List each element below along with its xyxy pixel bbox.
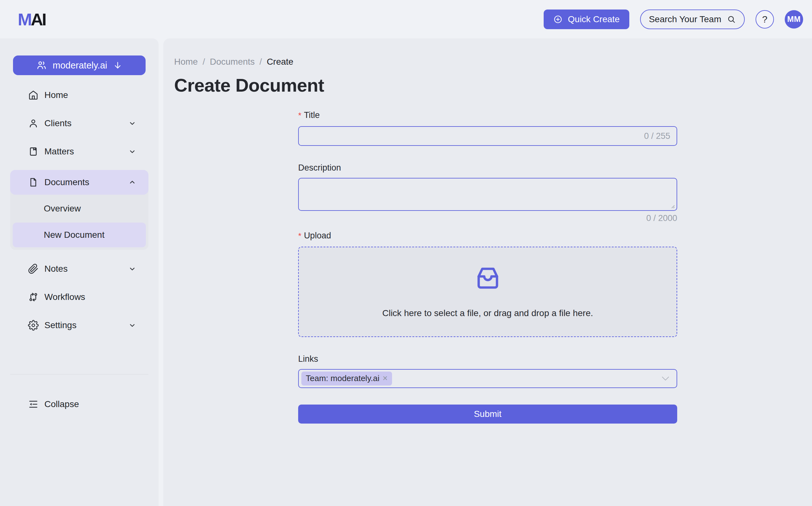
search-icon bbox=[727, 15, 736, 24]
sidebar-item-workflows[interactable]: Workflows bbox=[10, 287, 149, 307]
team-name-label: moderately.ai bbox=[53, 60, 107, 71]
title-input-box: 0 / 255 bbox=[298, 126, 677, 146]
sidebar-item-label: Documents bbox=[45, 177, 89, 187]
resize-handle-icon[interactable] bbox=[670, 204, 675, 208]
logo-letters-ai: AI bbox=[31, 9, 46, 29]
title-field: * Title 0 / 255 bbox=[298, 110, 677, 146]
sidebar-item-settings[interactable]: Settings bbox=[10, 316, 149, 335]
upload-field-label: * Upload bbox=[298, 231, 677, 242]
description-textarea-box bbox=[298, 178, 677, 211]
collapse-sidebar-icon bbox=[28, 399, 39, 410]
team-search-button[interactable]: Search Your Team bbox=[640, 9, 745, 29]
sidebar-item-label: Home bbox=[45, 90, 68, 100]
chevron-up-icon bbox=[128, 178, 136, 186]
create-document-form: * Title 0 / 255 Description bbox=[298, 110, 688, 424]
collapse-label: Collapse bbox=[45, 399, 79, 409]
sidebar-nav: Home Clients Ma bbox=[0, 85, 159, 335]
tag-label: Team: moderately.ai bbox=[306, 373, 379, 383]
breadcrumb-separator: / bbox=[203, 57, 205, 67]
description-field-label: Description bbox=[298, 163, 677, 173]
description-char-counter: 0 / 2000 bbox=[298, 214, 677, 223]
search-button-label: Search Your Team bbox=[649, 14, 721, 24]
breadcrumb: Home / Documents / Create bbox=[174, 57, 812, 67]
team-link-tag: Team: moderately.ai × bbox=[301, 371, 392, 386]
paperclip-icon bbox=[28, 263, 39, 274]
sidebar-subitem-label: New Document bbox=[44, 230, 104, 240]
title-input[interactable] bbox=[299, 127, 676, 145]
logo-letter-m: M bbox=[18, 9, 31, 29]
title-field-label: * Title bbox=[298, 110, 677, 121]
sidebar-collapse-button[interactable]: Collapse bbox=[10, 395, 149, 414]
chevron-down-icon bbox=[128, 265, 136, 273]
workflow-icon bbox=[28, 292, 39, 303]
sidebar-item-label: Workflows bbox=[45, 292, 85, 302]
sidebar-subitem-label: Overview bbox=[44, 203, 81, 214]
breadcrumb-separator: / bbox=[259, 57, 262, 67]
sidebar-item-home[interactable]: Home bbox=[10, 85, 149, 105]
app-logo: M AI bbox=[18, 9, 46, 29]
user-icon bbox=[28, 118, 39, 129]
sidebar-item-label: Notes bbox=[45, 264, 68, 274]
links-field: Links Team: moderately.ai × bbox=[298, 354, 677, 388]
top-header: M AI Quick Create Search Your Team ? MM bbox=[0, 0, 812, 38]
avatar-initials: MM bbox=[787, 15, 801, 24]
links-field-label: Links bbox=[298, 354, 677, 364]
breadcrumb-home[interactable]: Home bbox=[174, 57, 198, 67]
sidebar-divider bbox=[10, 374, 149, 374]
required-asterisk: * bbox=[298, 231, 301, 242]
sidebar-item-clients[interactable]: Clients bbox=[10, 113, 149, 133]
question-mark-icon: ? bbox=[762, 14, 767, 25]
breadcrumb-documents[interactable]: Documents bbox=[210, 57, 255, 67]
select-chevron-down-icon bbox=[661, 376, 670, 381]
help-button[interactable]: ? bbox=[755, 10, 774, 28]
sidebar-item-label: Matters bbox=[45, 147, 74, 157]
sidebar-item-documents[interactable]: Documents bbox=[10, 170, 149, 195]
sidebar-item-new-document[interactable]: New Document bbox=[13, 223, 146, 247]
gear-icon bbox=[28, 320, 39, 331]
chevron-down-icon bbox=[128, 148, 136, 156]
sidebar-item-notes[interactable]: Notes bbox=[10, 259, 149, 279]
header-actions: Quick Create Search Your Team ? MM bbox=[544, 9, 803, 29]
submit-button[interactable]: Submit bbox=[298, 405, 677, 424]
file-dropzone[interactable]: Click here to select a file, or drag and… bbox=[298, 247, 677, 337]
description-textarea[interactable] bbox=[299, 178, 676, 210]
sidebar: moderately.ai Home Clie bbox=[0, 38, 159, 506]
document-icon bbox=[28, 177, 39, 188]
dropzone-hint-text: Click here to select a file, or drag and… bbox=[382, 308, 593, 318]
sidebar-footer: Collapse bbox=[0, 374, 159, 506]
links-select[interactable]: Team: moderately.ai × bbox=[298, 369, 677, 388]
sidebar-item-label: Clients bbox=[45, 118, 72, 129]
notebook-icon bbox=[28, 146, 39, 157]
arrow-down-icon bbox=[113, 61, 123, 70]
chevron-down-icon bbox=[128, 119, 136, 128]
home-icon bbox=[28, 90, 39, 100]
page-title: Create Document bbox=[174, 75, 812, 96]
inbox-icon bbox=[475, 265, 501, 292]
users-icon bbox=[36, 60, 47, 71]
sidebar-item-label: Settings bbox=[45, 320, 76, 330]
quick-create-label: Quick Create bbox=[568, 14, 620, 24]
user-avatar[interactable]: MM bbox=[785, 10, 803, 28]
quick-create-button[interactable]: Quick Create bbox=[544, 9, 629, 29]
description-field: Description 0 / 2000 bbox=[298, 163, 677, 223]
tag-remove-icon[interactable]: × bbox=[383, 374, 388, 383]
team-switcher-button[interactable]: moderately.ai bbox=[13, 56, 146, 75]
upload-field: * Upload Click here to select a file, or… bbox=[298, 231, 677, 337]
documents-nav-group: Documents Overview New Document bbox=[10, 170, 149, 250]
main-content: Home / Documents / Create Create Documen… bbox=[163, 38, 812, 506]
breadcrumb-current: Create bbox=[267, 57, 294, 67]
chevron-down-icon bbox=[128, 321, 136, 329]
sidebar-item-matters[interactable]: Matters bbox=[10, 142, 149, 161]
plus-circle-icon bbox=[553, 15, 563, 24]
sidebar-item-overview[interactable]: Overview bbox=[13, 196, 146, 221]
required-asterisk: * bbox=[298, 110, 301, 121]
